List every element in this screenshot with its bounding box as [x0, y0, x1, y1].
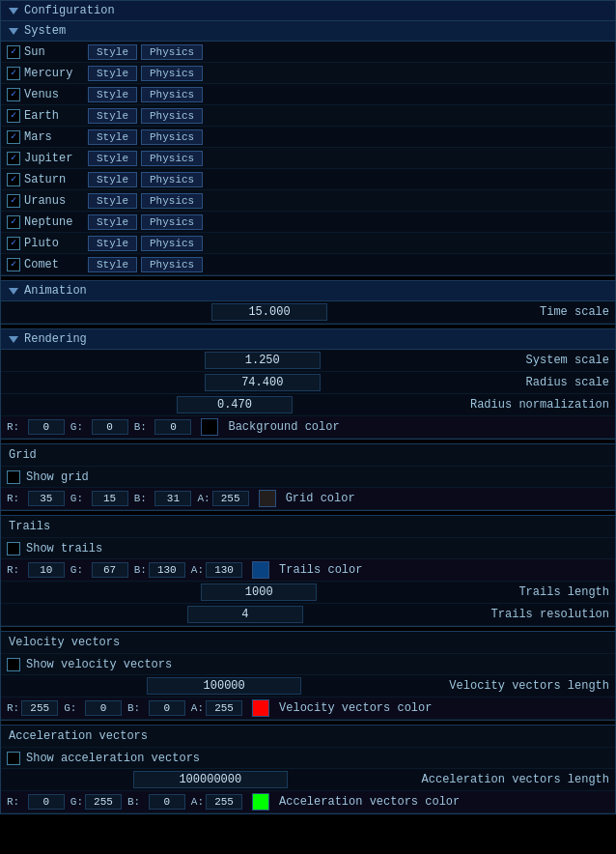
style-btn-uranus[interactable]: Style: [88, 193, 137, 209]
physics-btn-mercury[interactable]: Physics: [141, 66, 203, 81]
grid-a-input[interactable]: [212, 491, 249, 506]
vel-a-input[interactable]: [206, 700, 242, 716]
planet-checkbox-earth[interactable]: [7, 109, 20, 123]
show-grid-row: Show grid: [1, 467, 615, 488]
physics-btn-earth[interactable]: Physics: [141, 108, 203, 124]
style-btn-venus[interactable]: Style: [88, 87, 137, 102]
style-btn-pluto[interactable]: Style: [88, 236, 137, 251]
planet-checkbox-uranus[interactable]: [7, 194, 20, 208]
rendering-fields: System scale Radius scale Radius normali…: [1, 350, 615, 416]
rendering-input-0[interactable]: [205, 352, 321, 369]
acceleration-label: Acceleration vectors: [9, 729, 148, 743]
style-btn-comet[interactable]: Style: [88, 257, 137, 272]
trails-g-input[interactable]: [92, 562, 128, 578]
grid-color-row: R: G: B: A: Grid color: [1, 488, 615, 510]
planet-name-saturn: Saturn: [20, 173, 88, 186]
config-header[interactable]: Configuration: [1, 1, 615, 21]
grid-g-input[interactable]: [92, 491, 128, 506]
trails-resolution-input[interactable]: [187, 606, 303, 623]
physics-btn-comet[interactable]: Physics: [141, 257, 203, 272]
style-btn-earth[interactable]: Style: [88, 108, 137, 124]
style-btn-sun[interactable]: Style: [88, 44, 137, 60]
style-btn-saturn[interactable]: Style: [88, 172, 137, 187]
vel-g-input[interactable]: [85, 700, 122, 716]
acceleration-color-swatch[interactable]: [252, 793, 269, 811]
show-trails-checkbox[interactable]: [7, 542, 20, 555]
acceleration-color-label: Acceleration vectors color: [271, 795, 460, 809]
physics-btn-sun[interactable]: Physics: [141, 44, 203, 60]
style-btn-neptune[interactable]: Style: [88, 214, 137, 230]
planet-row-neptune: Neptune Style Physics: [1, 212, 615, 233]
trails-a-input[interactable]: [206, 562, 242, 578]
grid-color-label: Grid color: [278, 492, 355, 505]
grid-r-input[interactable]: [28, 491, 65, 506]
planet-checkbox-sun[interactable]: [7, 45, 20, 59]
physics-btn-uranus[interactable]: Physics: [141, 193, 203, 209]
acc-a-input[interactable]: [206, 794, 242, 810]
trails-b-input[interactable]: [149, 562, 185, 578]
physics-btn-venus[interactable]: Physics: [141, 87, 203, 102]
show-acceleration-row: Show acceleration vectors: [1, 748, 615, 769]
planet-row-jupiter: Jupiter Style Physics: [1, 148, 615, 169]
planet-checkbox-mars[interactable]: [7, 130, 20, 144]
bg-g-input[interactable]: [92, 419, 128, 435]
show-velocity-row: Show velocity vectors: [1, 654, 615, 675]
planet-checkbox-jupiter[interactable]: [7, 152, 20, 165]
style-btn-mercury[interactable]: Style: [88, 66, 137, 81]
grid-color-swatch[interactable]: [259, 490, 276, 507]
planets-list: Sun Style Physics Mercury Style Physics …: [1, 42, 615, 275]
time-scale-input[interactable]: [211, 303, 327, 321]
vel-r-input[interactable]: [21, 700, 58, 716]
planet-checkbox-mercury[interactable]: [7, 67, 20, 80]
time-scale-label: Time scale: [532, 305, 609, 319]
style-btn-jupiter[interactable]: Style: [88, 151, 137, 166]
vel-b-input[interactable]: [149, 700, 185, 716]
physics-btn-jupiter[interactable]: Physics: [141, 151, 203, 166]
trails-label: Trails: [9, 520, 50, 533]
physics-btn-saturn[interactable]: Physics: [141, 172, 203, 187]
acc-g-input[interactable]: [85, 794, 122, 810]
trails-resolution-label: Trails resolution: [484, 608, 609, 621]
trails-color-swatch[interactable]: [252, 561, 269, 579]
physics-btn-neptune[interactable]: Physics: [141, 214, 203, 230]
bg-b-input[interactable]: [154, 419, 191, 435]
animation-collapse-icon: [9, 288, 18, 295]
show-acceleration-checkbox[interactable]: [7, 752, 20, 765]
rendering-label-0: System scale: [518, 354, 609, 367]
velocity-header: Velocity vectors: [1, 632, 615, 654]
trails-resolution-row: Trails resolution: [1, 604, 615, 626]
planet-name-neptune: Neptune: [20, 215, 88, 229]
acceleration-length-input[interactable]: [133, 771, 288, 788]
show-velocity-checkbox[interactable]: [7, 658, 20, 671]
planet-checkbox-neptune[interactable]: [7, 215, 20, 229]
trails-length-input[interactable]: [201, 584, 317, 601]
rendering-input-2[interactable]: [177, 396, 293, 413]
velocity-length-row: Velocity vectors length: [1, 675, 615, 697]
planet-row-earth: Earth Style Physics: [1, 105, 615, 127]
animation-header[interactable]: Animation: [1, 281, 615, 301]
bg-color-swatch[interactable]: [201, 418, 218, 436]
trails-r-input[interactable]: [28, 562, 65, 578]
physics-btn-mars[interactable]: Physics: [141, 129, 203, 145]
bg-r-input[interactable]: [28, 419, 65, 435]
planet-name-earth: Earth: [20, 109, 88, 123]
velocity-color-swatch[interactable]: [252, 699, 269, 717]
acc-r-input[interactable]: [28, 794, 65, 810]
planet-row-comet: Comet Style Physics: [1, 254, 615, 275]
planet-row-saturn: Saturn Style Physics: [1, 169, 615, 190]
planet-checkbox-venus[interactable]: [7, 88, 20, 101]
velocity-length-input[interactable]: [147, 677, 301, 695]
style-btn-mars[interactable]: Style: [88, 129, 137, 145]
rendering-input-1[interactable]: [205, 374, 321, 391]
show-grid-checkbox[interactable]: [7, 470, 20, 484]
planet-checkbox-saturn[interactable]: [7, 173, 20, 186]
planet-checkbox-comet[interactable]: [7, 258, 20, 271]
physics-btn-pluto[interactable]: Physics: [141, 236, 203, 251]
rendering-header[interactable]: Rendering: [1, 329, 615, 350]
acc-b-input[interactable]: [149, 794, 185, 810]
grid-b-input[interactable]: [154, 491, 191, 506]
system-label: System: [24, 24, 66, 38]
planet-checkbox-pluto[interactable]: [7, 237, 20, 250]
system-header[interactable]: System: [1, 21, 615, 42]
planet-row-mars: Mars Style Physics: [1, 127, 615, 148]
